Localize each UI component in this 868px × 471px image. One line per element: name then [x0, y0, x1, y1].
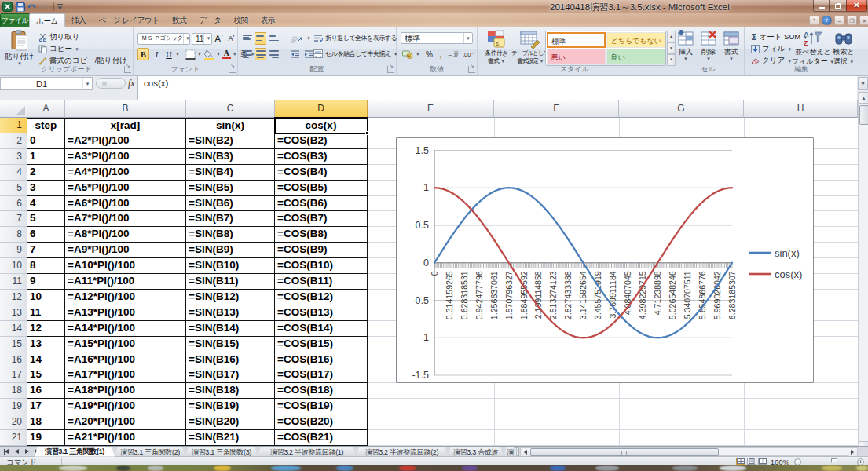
taskbar-item[interactable]: [148, 466, 163, 471]
cell-style-3[interactable]: 悪い: [547, 49, 606, 65]
cell-D3[interactable]: =COS(B3): [275, 149, 368, 165]
cell-B9[interactable]: =A9*PI()/100: [65, 243, 186, 258]
cell-B5[interactable]: =A5*PI()/100: [65, 181, 186, 196]
taskbar-item[interactable]: [271, 466, 301, 471]
find-select-button[interactable]: 検索と 選択 ▼: [831, 30, 856, 66]
cell-A8[interactable]: 6: [27, 227, 65, 243]
cell-A3[interactable]: 1: [27, 149, 65, 165]
ribbon-tab-item[interactable]: ページ レイアウト: [92, 13, 166, 27]
cell-B20[interactable]: =A20*PI()/100: [65, 414, 186, 430]
cell-B6[interactable]: =A6*PI()/100: [65, 196, 186, 212]
row-header-16[interactable]: 16: [0, 352, 27, 368]
align-middle-button[interactable]: [255, 32, 266, 45]
merge-center-button[interactable]: セルを結合して中央揃え ▼: [312, 49, 400, 59]
taskbar-item[interactable]: [214, 466, 231, 471]
cell-A6[interactable]: 4: [27, 196, 65, 212]
shrink-font-button[interactable]: Aʼ: [226, 32, 236, 45]
currency-format-button[interactable]: ¥ ▼: [401, 49, 422, 60]
row-header-4[interactable]: 4: [0, 165, 27, 181]
column-header-D[interactable]: D: [275, 100, 368, 118]
cell-D13[interactable]: =COS(B13): [275, 305, 368, 321]
cell-A7[interactable]: 5: [27, 211, 65, 227]
taskbar-item[interactable]: [720, 466, 746, 471]
ribbon-tab-item[interactable]: 挿入: [65, 13, 92, 27]
taskbar-item[interactable]: [336, 466, 353, 471]
cell-A5[interactable]: 3: [27, 181, 65, 196]
orientation-button[interactable]: ab: [289, 32, 305, 45]
row-header-3[interactable]: 3: [0, 149, 27, 165]
cell-style-2[interactable]: どちらでもない: [606, 32, 665, 49]
align-center-button[interactable]: [255, 48, 266, 60]
cell-A17[interactable]: 15: [27, 367, 65, 383]
embedded-chart[interactable]: 1.510.50-0.5-1-1.500.3141592650.62831853…: [396, 137, 814, 383]
cell-C14[interactable]: =SIN(B14): [186, 321, 275, 337]
row-header-21[interactable]: 21: [0, 430, 27, 446]
cell-B17[interactable]: =A17*PI()/100: [65, 367, 186, 383]
cell-A12[interactable]: 10: [27, 290, 65, 305]
formula-bar-splitter[interactable]: [96, 78, 126, 89]
clipboard-dialog-launcher[interactable]: [124, 66, 131, 73]
row-header-14[interactable]: 14: [0, 321, 27, 337]
cell-C16[interactable]: =SIN(B16): [186, 352, 275, 368]
insert-function-icon[interactable]: fx: [128, 78, 135, 89]
row-header-5[interactable]: 5: [0, 181, 27, 196]
scroll-up-icon[interactable]: ▲: [859, 92, 868, 104]
next-sheet-icon[interactable]: [22, 447, 31, 455]
decrease-decimal-button[interactable]: .00→: [462, 48, 476, 60]
fill-button[interactable]: フィル ▼: [749, 43, 793, 55]
ribbon-tab-active[interactable]: ホーム: [29, 13, 65, 27]
tab-file[interactable]: ファイル: [0, 13, 30, 27]
cell-D2[interactable]: =COS(B2): [275, 133, 368, 149]
alignment-dialog-launcher[interactable]: [387, 66, 394, 73]
cell-A2[interactable]: 0: [27, 133, 65, 149]
cell-style-1[interactable]: 標準: [547, 32, 606, 49]
cell-C18[interactable]: =SIN(B18): [186, 383, 275, 399]
copy-button[interactable]: コピー ▼: [37, 43, 81, 55]
cell-B11[interactable]: =A11*PI()/100: [65, 274, 186, 290]
row-header-6[interactable]: 6: [0, 196, 27, 212]
cell-C1[interactable]: sin(x): [186, 118, 275, 133]
cell-D17[interactable]: =COS(B17): [275, 367, 368, 383]
workbook-minimize-icon[interactable]: –: [834, 16, 844, 25]
column-header-F[interactable]: F: [494, 100, 619, 118]
column-header-H[interactable]: H: [744, 100, 858, 118]
align-left-button[interactable]: [241, 48, 253, 60]
font-color-button[interactable]: A: [222, 49, 231, 59]
cell-B12[interactable]: =A12*PI()/100: [65, 290, 186, 305]
align-right-button[interactable]: [268, 48, 280, 60]
cell-C19[interactable]: =SIN(B19): [186, 399, 275, 414]
redo-icon[interactable]: [39, 2, 51, 12]
row-header-9[interactable]: 9: [0, 243, 27, 258]
taskbar-item[interactable]: [462, 466, 478, 471]
cell-A20[interactable]: 18: [27, 414, 65, 430]
cell-C21[interactable]: =SIN(B21): [186, 430, 275, 446]
taskbar-item[interactable]: [856, 466, 868, 471]
format-as-table-button[interactable]: テーブルとして 書式設定 ▼: [512, 30, 548, 64]
previous-sheet-icon[interactable]: [12, 447, 21, 455]
taskbar-item[interactable]: [399, 466, 416, 471]
row-header-20[interactable]: 20: [0, 414, 27, 430]
number-format-combo[interactable]: 標準 ▼: [401, 32, 473, 44]
percent-style-button[interactable]: %: [423, 48, 435, 60]
format-cells-button[interactable]: 書式 ▼: [720, 30, 742, 61]
cell-D7[interactable]: =COS(B7): [275, 211, 368, 227]
italic-button[interactable]: I: [151, 48, 163, 60]
taskbar-item[interactable]: [822, 466, 842, 471]
delete-cells-button[interactable]: 削除 ▼: [698, 30, 720, 61]
row-header-18[interactable]: 18: [0, 383, 27, 399]
fill-handle[interactable]: [365, 131, 369, 135]
align-top-button[interactable]: [241, 32, 253, 45]
column-header-A[interactable]: A: [27, 100, 65, 118]
column-header-B[interactable]: B: [65, 100, 186, 118]
cell-D18[interactable]: =COS(B18): [275, 383, 368, 399]
cell-B1[interactable]: x[rad]: [65, 118, 186, 133]
cell-C13[interactable]: =SIN(B13): [186, 305, 275, 321]
conditional-formatting-button[interactable]: s 条件付き 書式 ▼: [481, 30, 512, 64]
cell-D12[interactable]: =COS(B12): [275, 290, 368, 305]
close-button[interactable]: ✕: [846, 0, 867, 12]
cell-C17[interactable]: =SIN(B17): [186, 367, 275, 383]
cell-A1[interactable]: step: [27, 118, 65, 133]
row-header-13[interactable]: 13: [0, 305, 27, 321]
cell-A14[interactable]: 12: [27, 321, 65, 337]
row-header-11[interactable]: 11: [0, 274, 27, 290]
